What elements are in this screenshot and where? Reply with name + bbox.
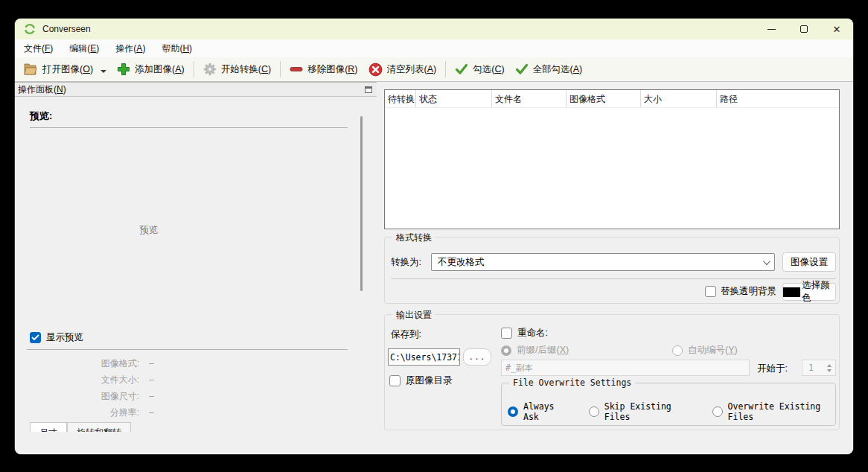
preview-placeholder: 预览 [97,224,201,237]
clear-list-icon [368,63,383,77]
app-logo-icon [24,23,36,35]
maximize-button[interactable] [788,19,820,39]
start-convert-icon [203,63,217,76]
always-ask-radio[interactable] [508,406,518,417]
close-button[interactable]: ✕ [820,19,853,39]
overwrite-existing-option: Overwrite Existing Files [712,401,835,422]
rename-checkbox[interactable] [501,328,512,339]
close-icon: ✕ [833,25,841,34]
add-image-icon [117,63,130,76]
panel-float-icon[interactable] [365,86,372,93]
show-preview-label: 显示预览 [46,331,83,344]
minimize-button[interactable] [755,19,788,39]
column-header-convert[interactable]: 待转换 [385,90,416,107]
format-conversion-title: 格式转换 [392,232,435,244]
actions-panel-header: 操作面板(N) [15,82,377,97]
format-conversion-group: 格式转换 转换为: 不更改格式 图像设置 替换透明背景 选择颜色 [384,237,840,304]
check-all-icon [515,63,529,75]
panel-scrollbar[interactable] [360,116,363,291]
column-header-status[interactable]: 状态 [416,90,492,107]
add-image-button[interactable]: 添加图像(A) [112,60,190,79]
auto-number-radio[interactable] [672,345,683,356]
browse-button[interactable]: ... [463,348,491,366]
replace-background-label: 替换透明背景 [721,285,776,298]
check-button[interactable]: 勾选(C) [450,60,509,79]
info-row-format: 图像格式: – [27,355,154,371]
overwrite-existing-radio[interactable] [712,406,723,417]
skip-existing-option: Skip Existing Files [589,401,689,422]
output-settings-group: 输出设置 保存到: C:\Users\17371 ... 原图像目录 重命名: … [384,314,840,430]
info-row-resolution: 分辨率: – [27,404,154,421]
image-settings-button[interactable]: 图像设置 [782,252,836,272]
prefix-suffix-radio[interactable] [501,345,511,356]
open-image-dropdown-icon[interactable] [100,70,106,73]
skip-existing-radio[interactable] [589,406,599,417]
skip-existing-label: Skip Existing Files [604,401,689,422]
menu-file[interactable]: 文件(F) [18,40,59,57]
check-icon [455,63,468,75]
spinner-up-icon[interactable] [827,364,832,367]
titlebar: Converseen ✕ [15,19,853,39]
spinner-down-icon[interactable] [827,369,832,372]
tab-rotate-flip[interactable]: 旋转和翻转 [67,422,131,432]
show-preview-row: 显示预览 [30,331,83,344]
remove-image-icon [290,63,303,76]
file-list-table[interactable]: 待转换 状态 文件名 图像格式 大小 路径 [384,89,840,229]
always-ask-label: Always Ask [523,401,567,422]
replace-background-row: 替换透明背景 [705,285,776,298]
show-preview-checkbox[interactable] [30,332,41,343]
file-overwrite-title: File Overwrite Settings [509,377,635,388]
clear-list-label: 清空列表(A) [387,63,437,76]
column-header-filename[interactable]: 文件名 [492,90,567,107]
menu-edit[interactable]: 编辑(E) [63,40,105,57]
rename-row: 重命名: [501,327,548,339]
panel-tabs: 尺寸 旋转和翻转 [30,422,131,432]
same-folder-row: 原图像目录 [389,374,453,387]
status-bar [15,432,853,454]
output-settings-title: 输出设置 [392,309,435,322]
start-at-spinner[interactable]: 1 [802,360,836,376]
toolbar-separator [280,61,281,77]
divider [27,349,348,350]
info-row-filesize: 文件大小: – [27,371,154,388]
check-all-button[interactable]: 全部勾选(A) [510,60,588,79]
format-select[interactable]: 不更改格式 [431,253,775,271]
tab-dimensions[interactable]: 尺寸 [30,422,67,432]
column-header-format[interactable]: 图像格式 [567,90,641,107]
choose-color-button[interactable]: 选择颜色 [782,283,836,301]
divider [391,278,836,279]
window-title: Converseen [42,24,91,34]
save-path-input[interactable]: C:\Users\17371 [388,348,460,366]
always-ask-option: Always Ask [508,401,567,422]
same-folder-label: 原图像目录 [406,374,453,387]
app-window: Converseen ✕ 文件(F) 编辑(E) 操作(A) 帮助(H) 打开图… [15,19,853,454]
remove-image-button[interactable]: 移除图像(R) [284,60,363,79]
clear-list-button[interactable]: 清空列表(A) [363,60,442,80]
actions-panel-title: 操作面板(N) [18,83,66,96]
column-header-path[interactable]: 路径 [717,90,839,107]
file-overwrite-group: File Overwrite Settings Always Ask Skip … [501,383,836,426]
replace-background-checkbox[interactable] [705,286,716,297]
prefix-suffix-option: 前缀/后缀(X) [501,344,569,357]
same-folder-checkbox[interactable] [389,375,401,386]
info-row-dimensions: 图像尺寸: – [27,388,154,404]
column-header-size[interactable]: 大小 [641,90,717,107]
open-image-label: 打开图像(O) [42,63,93,76]
image-info: 图像格式: – 文件大小: – 图像尺寸: – 分辨率: – [27,355,154,421]
start-at-value: 1 [802,363,823,373]
rename-pattern-input[interactable]: #_副本 [501,360,750,376]
check-label: 勾选(C) [473,63,504,76]
minimize-icon [768,29,776,30]
toolbar-separator [445,61,446,77]
auto-number-option: 自动编号(Y) [672,344,738,357]
start-convert-button[interactable]: 开始转换(C) [198,60,276,79]
menu-help[interactable]: 帮助(H) [156,40,198,57]
menu-actions[interactable]: 操作(A) [109,40,151,57]
spinner-arrows[interactable] [823,360,835,375]
actions-panel: 操作面板(N) 预览: 预览 显示预览 [15,82,377,432]
toolbar-separator [194,61,194,77]
file-list-header: 待转换 状态 文件名 图像格式 大小 路径 [385,90,839,108]
open-image-button[interactable]: 打开图像(O) [18,60,112,79]
actions-panel-body: 预览: 预览 显示预览 图像格式: – [15,98,377,432]
choose-color-label: 选择颜色 [802,279,835,304]
